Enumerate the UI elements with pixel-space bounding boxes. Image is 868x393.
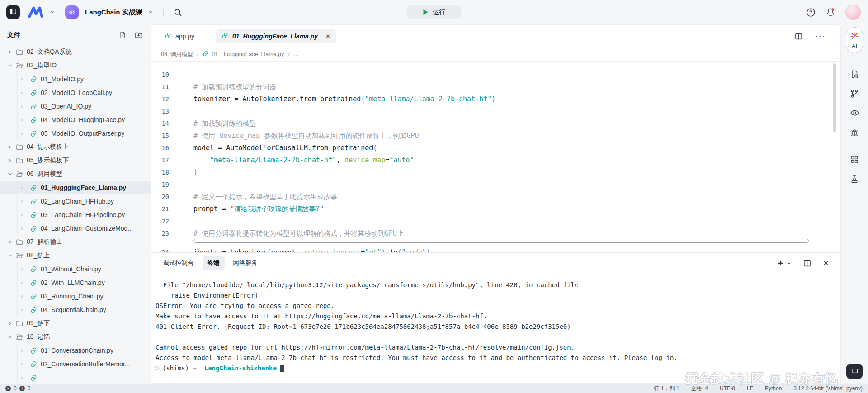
tab-debug-console[interactable]: 调试控制台 xyxy=(158,256,199,270)
errors-count[interactable]: 0 xyxy=(14,385,17,392)
code-line-15[interactable]: 15# 使用 device_map 参数将模型自动加载到可用的硬件设备上，例如G… xyxy=(151,130,840,142)
code-line-24[interactable]: 24inputs = tokenizer(prompt, return_tens… xyxy=(151,246,840,252)
tree-item-label: 07_解析输出 xyxy=(27,238,62,246)
code-line-16[interactable]: 16model = AutoModelForCausalLM.from_pret… xyxy=(151,142,840,154)
status-item-4[interactable]: Python xyxy=(765,385,782,392)
tree-file-02_LangChain_HFHub.py[interactable]: 02_LangChain_HFHub.py xyxy=(0,194,151,208)
tree-file-01_Without_Chain.py[interactable]: 01_Without_Chain.py xyxy=(0,262,151,276)
project-chevron-down-icon[interactable] xyxy=(148,9,153,15)
close-panel-icon[interactable]: ✕ xyxy=(823,259,829,267)
code-line-21[interactable]: 21prompt = "请给我讲个玫瑰的爱情故事?" xyxy=(151,203,840,215)
warnings-icon[interactable]: ! xyxy=(19,386,25,391)
status-item-1[interactable]: 空格: 4 xyxy=(691,385,708,393)
git-branch-icon[interactable] xyxy=(850,84,859,103)
ai-sparkle-icon xyxy=(850,32,859,43)
tree-file-05_ModelIO_OutputParser.py[interactable]: 05_ModelIO_OutputParser.py xyxy=(0,127,151,140)
breadcrumb-folder[interactable]: 06_调用模型 xyxy=(161,51,193,58)
tree-file-04_SequentialChain.py[interactable]: 04_SequentialChain.py xyxy=(0,303,151,317)
tree-item-label: 05_ModelIO_OutputParser.py xyxy=(41,130,124,137)
device-laptop-button[interactable] xyxy=(846,364,863,379)
code-line-23[interactable]: 23# 使用分词器将提示转化为模型可以理解的格式，并将其移动到GPU上 xyxy=(151,227,840,240)
tree-file-02_ConversationBufferMemor...[interactable]: 02_ConversationBufferMemor... xyxy=(0,357,151,371)
split-editor-icon[interactable] xyxy=(795,33,802,40)
code-line-22[interactable]: 22 xyxy=(151,215,840,227)
code-line-17[interactable]: 17 "meta-llama/Llama-2-7b-chat-hf", devi… xyxy=(151,154,840,166)
code-line-11[interactable]: 11# 加载预训练模型的分词器 xyxy=(151,81,840,93)
tree-folder-03_模型IO[interactable]: 03_模型IO xyxy=(0,59,151,72)
tree-folder-09_链下[interactable]: 09_链下 xyxy=(0,317,151,330)
status-item-2[interactable]: UTF-8 xyxy=(720,385,735,392)
tab-terminal[interactable]: 终端 xyxy=(203,256,225,270)
tree-folder-02_文档QA系统[interactable]: 02_文档QA系统 xyxy=(0,45,151,59)
tree-file-01_ConversationChain.py[interactable]: 01_ConversationChain.py xyxy=(0,344,151,357)
tree-file-03_LangChain_HFPipeline.py[interactable]: 03_LangChain_HFPipeline.py xyxy=(0,208,151,222)
split-terminal-icon[interactable] xyxy=(803,260,811,267)
folder-open-icon xyxy=(16,170,23,178)
tree-file-04_ModelIO_HuggingFace.py[interactable]: 04_ModelIO_HuggingFace.py xyxy=(0,113,151,127)
code-editor[interactable]: 1011# 加载预训练模型的分词器12tokenizer = AutoToken… xyxy=(151,61,840,252)
tree-file-partial[interactable] xyxy=(0,371,151,384)
user-avatar[interactable] xyxy=(845,5,861,20)
run-button[interactable]: 运行 xyxy=(407,5,461,19)
tree-folder-08_链上[interactable]: 08_链上 xyxy=(0,249,151,262)
breadcrumb: 06_调用模型 / 01_HugggingFace_Llama.py / ... xyxy=(151,47,840,61)
terminal-line: Make sure to have access to it at https:… xyxy=(156,311,834,322)
status-item-3[interactable]: LF xyxy=(747,385,753,392)
tree-file-03_OpenAI_IO.py[interactable]: 03_OpenAI_IO.py xyxy=(0,99,151,113)
terminal-chevron-down-icon[interactable] xyxy=(787,261,792,266)
tree-file-02_ModelIO_LoopCall.py[interactable]: 02_ModelIO_LoopCall.py xyxy=(0,86,151,99)
code-line-12[interactable]: 12tokenizer = AutoTokenizer.from_pretrai… xyxy=(151,93,840,105)
ide-logo[interactable] xyxy=(28,6,44,19)
code-line-19[interactable]: 19 xyxy=(151,179,840,191)
code-line-18[interactable]: 18) xyxy=(151,166,840,179)
new-terminal-icon[interactable]: + xyxy=(778,260,783,267)
tree-file-02_With_LLMChain.py[interactable]: 02_With_LLMChain.py xyxy=(0,276,151,289)
tree-folder-06_调用模型[interactable]: 06_调用模型 xyxy=(0,167,151,181)
tree-folder-07_解析输出[interactable]: 07_解析输出 xyxy=(0,235,151,249)
tree-file-01_ModelIO.py[interactable]: 01_ModelIO.py xyxy=(0,72,151,86)
tree-file-04_LangChain_CustomizeMod...[interactable]: 04_LangChain_CustomizeMod... xyxy=(0,222,151,235)
debug-bug-icon[interactable] xyxy=(850,123,859,142)
horizontal-scrollbar[interactable] xyxy=(193,239,809,243)
extensions-grid-icon[interactable] xyxy=(850,150,859,169)
errors-icon[interactable]: ✕ xyxy=(5,386,11,391)
new-file-icon[interactable] xyxy=(119,31,127,39)
vertical-scrollbar[interactable] xyxy=(833,63,836,132)
search-icon[interactable] xyxy=(174,8,182,17)
file-search-icon[interactable] xyxy=(850,64,859,84)
terminal-output[interactable]: File "/home/cloudide/.local/lib/python3.… xyxy=(151,274,840,383)
code-line-14[interactable]: 14# 加载预训练的模型 xyxy=(151,118,840,130)
tree-folder-05_提示模板下[interactable]: 05_提示模板下 xyxy=(0,154,151,167)
sidebar-toggle-button[interactable] xyxy=(6,5,20,19)
new-folder-icon[interactable] xyxy=(135,31,142,39)
svg-text:?: ? xyxy=(809,9,812,15)
tab-app-py[interactable]: app.py xyxy=(159,29,200,43)
tree-folder-04_提示模板上[interactable]: 04_提示模板上 xyxy=(0,140,151,154)
tree-folder-10_记忆[interactable]: 10_记忆 xyxy=(0,330,151,344)
help-icon[interactable]: ? xyxy=(806,8,816,17)
notifications-bell-icon[interactable] xyxy=(826,7,835,17)
project-badge-icon[interactable]: </> xyxy=(65,5,79,19)
logo-chevron-down-icon[interactable] xyxy=(50,9,55,15)
breadcrumb-more[interactable]: ... xyxy=(294,51,298,57)
project-title[interactable]: LangChain 实战课 xyxy=(85,8,142,17)
tree-file-03_Running_Chain.py[interactable]: 03_Running_Chain.py xyxy=(0,289,151,303)
preview-eye-icon[interactable] xyxy=(850,103,859,123)
code-line-13[interactable]: 13 xyxy=(151,105,840,118)
warnings-count[interactable]: 0 xyxy=(28,385,31,392)
close-tab-icon[interactable]: ✕ xyxy=(326,33,330,40)
tab-huggingface-llama-py[interactable]: 01_HugggingFace_Llama.py ✕ xyxy=(216,29,336,43)
tree-item-label: 03_Running_Chain.py xyxy=(41,293,104,300)
more-actions-icon[interactable]: ··· xyxy=(815,34,826,38)
ai-assistant-button[interactable]: AI xyxy=(846,27,863,53)
tree-file-01_HugggingFace_Llama.py[interactable]: 01_HugggingFace_Llama.py xyxy=(0,181,151,194)
status-item-0[interactable]: 行 1，列 1 xyxy=(654,385,679,393)
status-item-5[interactable]: 3.12.2 64-bit ('shims': pyenv) xyxy=(793,385,863,392)
terminal-prompt[interactable]: (shims) → LangChain-shizhanke xyxy=(156,363,834,374)
test-flask-icon[interactable] xyxy=(850,169,859,189)
breadcrumb-file[interactable]: 01_HugggingFace_Llama.py xyxy=(203,51,284,58)
tree-item-label: 08_链上 xyxy=(27,251,50,260)
tab-web-services[interactable]: 网络服务 xyxy=(228,256,263,270)
code-line-10[interactable]: 10 xyxy=(151,69,840,81)
code-line-20[interactable]: 20# 定义一个提示，希望模型基于此提示生成故事 xyxy=(151,191,840,203)
